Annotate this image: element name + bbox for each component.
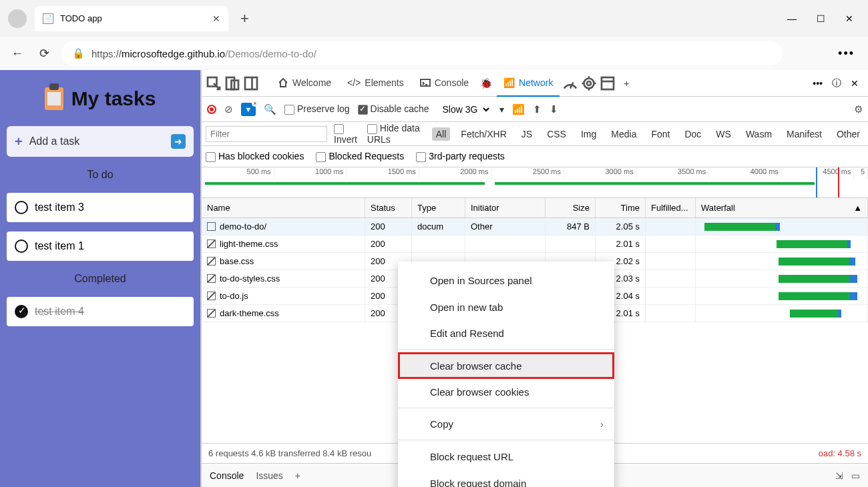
minimize-icon[interactable]: — <box>787 13 797 24</box>
memory-icon[interactable] <box>581 75 597 91</box>
filter-type-all[interactable]: All <box>432 127 451 141</box>
filter-type[interactable]: Wasm <box>742 127 776 141</box>
filter-type[interactable]: CSS <box>543 127 570 141</box>
more-options-icon[interactable]: ••• <box>813 78 823 89</box>
context-menu-item[interactable]: Edit and Resend <box>398 320 614 350</box>
col-fulfilled[interactable]: Fulfilled... <box>646 198 696 217</box>
waterfall-cell <box>696 218 868 235</box>
blocked-cookies-checkbox[interactable]: Has blocked cookies <box>206 151 304 162</box>
new-tab-button[interactable]: + <box>240 10 249 27</box>
filter-type[interactable]: Manifest <box>783 127 826 141</box>
request-type: docum <box>412 218 465 235</box>
drawer-expand-icon[interactable]: ▭ <box>851 470 860 481</box>
col-name[interactable]: Name <box>202 198 365 217</box>
preserve-log-checkbox[interactable]: Preserve log <box>284 103 350 115</box>
completed-section-label: Completed <box>7 270 194 288</box>
context-menu-item[interactable]: Open in Sources panel <box>398 267 614 294</box>
col-time[interactable]: Time <box>596 198 646 217</box>
invert-checkbox[interactable]: Invert <box>334 123 361 145</box>
filter-type[interactable]: Doc <box>680 127 705 141</box>
device-emulation-icon[interactable] <box>224 75 240 91</box>
third-party-checkbox[interactable]: 3rd-party requests <box>416 151 505 162</box>
clear-log-icon[interactable]: ⊘ <box>224 103 233 115</box>
task-checkbox-icon[interactable] <box>15 201 28 214</box>
task-text: test item 1 <box>35 240 84 252</box>
task-item-completed[interactable]: test item 4 <box>7 297 194 326</box>
task-text: test item 3 <box>35 201 84 213</box>
profile-avatar[interactable] <box>8 9 27 28</box>
dock-side-icon[interactable] <box>243 75 259 91</box>
task-checkbox-done-icon[interactable] <box>15 305 28 318</box>
task-item[interactable]: test item 1 <box>7 231 194 261</box>
blocked-requests-checkbox[interactable]: Blocked Requests <box>316 151 404 162</box>
bug-icon[interactable]: 🐞 <box>478 75 494 91</box>
record-button[interactable] <box>207 105 216 114</box>
context-menu-item[interactable]: Copy› <box>398 411 614 440</box>
col-status[interactable]: Status <box>365 198 412 217</box>
network-options-bar: Has blocked cookies Blocked Requests 3rd… <box>202 146 868 167</box>
col-type[interactable]: Type <box>412 198 465 217</box>
back-button[interactable]: ← <box>8 47 27 61</box>
refresh-button[interactable]: ⟳ <box>35 46 53 61</box>
network-request-row[interactable]: demo-to-do/200documOther847 B2.05 s <box>202 218 868 235</box>
browser-menu-button[interactable]: ••• <box>833 47 860 61</box>
network-settings-icon[interactable]: ⚙ <box>854 103 863 115</box>
address-bar[interactable]: 🔒 https://microsoftedge.github.io/Demos/… <box>61 41 783 65</box>
tab-welcome[interactable]: Welcome <box>271 70 338 97</box>
network-request-row[interactable]: light-theme.css2002.01 s <box>202 235 868 253</box>
task-text: test item 4 <box>35 306 84 318</box>
application-icon[interactable] <box>600 75 616 91</box>
import-har-icon[interactable]: ⬆ <box>533 103 541 115</box>
performance-icon[interactable] <box>562 75 578 91</box>
maximize-icon[interactable]: ☐ <box>817 13 825 24</box>
network-timeline-overview[interactable]: 500 ms 1000 ms 1500 ms 2000 ms 2500 ms 3… <box>202 167 868 198</box>
export-har-icon[interactable]: ⬇ <box>550 103 558 115</box>
drawer-tab-issues[interactable]: Issues <box>256 470 282 481</box>
tab-console[interactable]: Console <box>413 70 475 97</box>
context-menu-item[interactable]: Block request URL <box>398 443 614 470</box>
filter-input[interactable] <box>206 126 327 142</box>
drawer-tab-console[interactable]: Console <box>210 470 244 481</box>
search-icon[interactable]: 🔍 <box>264 103 276 115</box>
tab-title: TODO app <box>60 13 206 23</box>
tab-network[interactable]: 📶Network <box>497 70 560 97</box>
help-icon[interactable]: ⓘ <box>832 77 841 89</box>
drawer-dock-icon[interactable]: ⇲ <box>835 470 843 481</box>
todo-app-panel: My tasks + Add a task ➜ To do test item … <box>0 70 200 487</box>
browser-tab[interactable]: 📄 TODO app ✕ <box>35 6 228 31</box>
network-table-header: Name Status Type Initiator Size Time Ful… <box>202 198 868 218</box>
filter-type[interactable]: Other <box>833 127 864 141</box>
hide-data-urls-checkbox[interactable]: Hide data URLs <box>367 123 425 145</box>
context-menu-item[interactable]: Clear browser cache <box>398 352 614 379</box>
submit-arrow-icon[interactable]: ➜ <box>171 134 186 149</box>
context-menu-item[interactable]: Open in new tab <box>398 294 614 320</box>
col-initiator[interactable]: Initiator <box>465 198 546 217</box>
close-tab-icon[interactable]: ✕ <box>212 13 220 24</box>
col-waterfall[interactable]: Waterfall▲ <box>696 198 868 217</box>
filter-type[interactable]: JS <box>517 127 536 141</box>
col-size[interactable]: Size <box>546 198 596 217</box>
request-name: to-do-styles.css <box>220 274 280 284</box>
filter-type[interactable]: Font <box>647 127 674 141</box>
more-tabs-icon[interactable]: + <box>618 75 634 91</box>
network-conditions-icon[interactable]: 📶 <box>512 103 525 115</box>
filter-toggle-icon[interactable]: ▼ <box>241 103 256 116</box>
inspect-element-icon[interactable] <box>206 75 222 91</box>
request-time: 2.05 s <box>596 218 646 235</box>
close-devtools-icon[interactable]: ✕ <box>851 78 859 89</box>
filter-type[interactable]: Img <box>577 127 600 141</box>
throttling-select[interactable]: Slow 3G <box>437 102 491 117</box>
filter-type[interactable]: Fetch/XHR <box>457 127 510 141</box>
add-task-input[interactable]: + Add a task ➜ <box>7 126 194 157</box>
tab-elements[interactable]: </>Elements <box>341 70 411 97</box>
drawer-add-tab-icon[interactable]: + <box>295 470 300 481</box>
context-menu-item[interactable]: Clear browser cookies <box>398 379 614 408</box>
context-menu-item[interactable]: Block request domain <box>398 470 614 487</box>
task-checkbox-icon[interactable] <box>15 239 28 253</box>
task-item[interactable]: test item 3 <box>7 193 194 222</box>
disable-cache-checkbox[interactable]: Disable cache <box>358 103 429 115</box>
close-window-icon[interactable]: ✕ <box>845 13 853 24</box>
filter-type[interactable]: WS <box>712 127 735 141</box>
throttle-dropdown-icon[interactable]: ▾ <box>499 104 504 115</box>
filter-type[interactable]: Media <box>607 127 640 141</box>
